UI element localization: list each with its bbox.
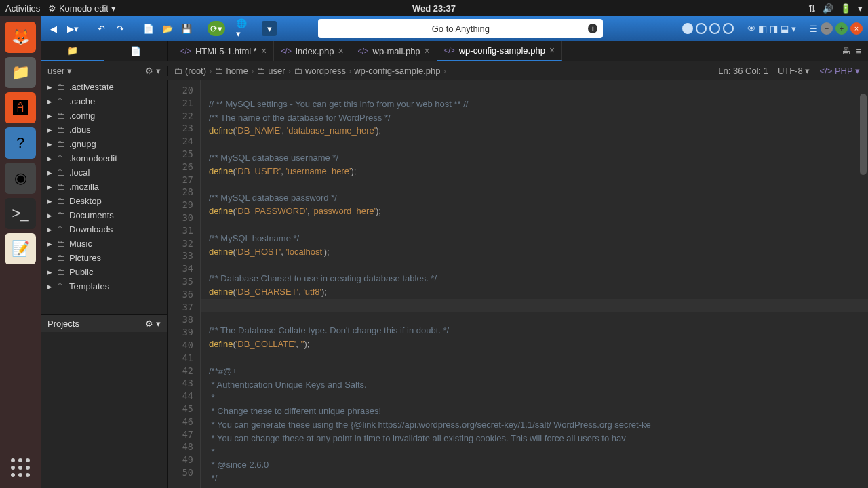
- komodo-icon[interactable]: ◉: [5, 163, 36, 194]
- save-button[interactable]: 💾: [179, 21, 194, 36]
- panel-bottom-icon[interactable]: ⬓: [781, 24, 789, 34]
- tabs-row: 📁 📄 </>HTML5-1.html *×</>index.php×</>wp…: [41, 41, 868, 61]
- breadcrumb-item[interactable]: 🗀 (root): [174, 66, 206, 76]
- activities-button[interactable]: Activities: [5, 3, 40, 14]
- breadcrumb-item[interactable]: 🗀 wordpress: [294, 66, 346, 76]
- folder-item[interactable]: ▸🗀Documents: [41, 208, 167, 222]
- places-tab[interactable]: 📁: [41, 41, 104, 61]
- app-menu[interactable]: ⚙ Komodo edit ▾: [48, 3, 115, 14]
- panel-right-icon[interactable]: ◨: [770, 24, 778, 34]
- network-icon[interactable]: ⇅: [808, 3, 816, 14]
- battery-icon[interactable]: 🔋: [840, 3, 851, 14]
- folder-item[interactable]: ▸🗀.config: [41, 108, 167, 123]
- pathbar: user ▾ ⚙ ▾ 🗀 (root)›🗀 home›🗀 user›🗀 word…: [41, 61, 868, 80]
- breadcrumb-item[interactable]: wp-config-sample.php: [354, 66, 440, 76]
- file-tab[interactable]: </>index.php×: [274, 41, 351, 61]
- play-icon[interactable]: [709, 23, 720, 34]
- language-selector[interactable]: </> PHP ▾: [819, 66, 860, 76]
- folder-item[interactable]: ▸🗀.dbus: [41, 123, 167, 137]
- gear-icon[interactable]: ⚙ ▾: [145, 319, 161, 329]
- software-icon[interactable]: 🅰: [5, 92, 36, 123]
- loop-icon[interactable]: [723, 23, 734, 34]
- dom-tab[interactable]: 📄: [104, 41, 168, 61]
- record-icon[interactable]: [682, 23, 693, 34]
- folder-item[interactable]: ▸🗀Pictures: [41, 251, 167, 265]
- list-icon[interactable]: ≡: [856, 46, 861, 56]
- record-macro-button[interactable]: ⟳▾: [208, 21, 225, 36]
- panel-left-icon[interactable]: ◧: [759, 24, 767, 34]
- redo-button[interactable]: ↷: [113, 21, 127, 36]
- close-tab-icon[interactable]: ×: [338, 45, 343, 56]
- folder-item[interactable]: ▸🗀.local: [41, 165, 167, 180]
- open-file-button[interactable]: 📂: [160, 21, 175, 36]
- help-icon[interactable]: ?: [5, 127, 36, 159]
- close-tab-icon[interactable]: ×: [425, 45, 430, 56]
- unity-launcher: 🦊 📁 🅰 ? ◉ >_ 📝: [0, 16, 41, 488]
- stop-icon[interactable]: [696, 23, 707, 34]
- files-icon[interactable]: 📁: [5, 57, 36, 88]
- file-tab[interactable]: </>wp-config-sample.php×: [437, 41, 562, 61]
- file-sidebar: ▸🗀.activestate▸🗀.cache▸🗀.config▸🗀.dbus▸🗀…: [41, 80, 168, 488]
- folder-item[interactable]: ▸🗀.activestate: [41, 80, 167, 94]
- minimize-button[interactable]: −: [821, 22, 833, 35]
- folder-item[interactable]: ▸🗀Downloads: [41, 222, 167, 237]
- close-button[interactable]: ×: [850, 22, 863, 35]
- encoding-selector[interactable]: UTF-8 ▾: [778, 66, 810, 76]
- browser-preview-button[interactable]: 🌐▾: [236, 21, 251, 36]
- folder-item[interactable]: ▸🗀.mozilla: [41, 180, 167, 194]
- apps-grid-icon[interactable]: [11, 458, 30, 477]
- file-tab[interactable]: </>HTML5-1.html *×: [174, 41, 274, 61]
- folder-item[interactable]: ▸🗀Desktop: [41, 194, 167, 208]
- main-toolbar: ◀ ▶▾ ↶ ↷ 📄 📂 💾 ⟳▾ 🌐▾ ▾ Go to Anything i …: [41, 16, 868, 41]
- gedit-icon[interactable]: 📝: [5, 233, 36, 264]
- code-editor[interactable]: 20 21 22 23 24 25 26 27 28 29 30 31 32 3…: [168, 80, 868, 488]
- goto-anything-input[interactable]: Go to Anything i: [318, 19, 603, 38]
- file-tab[interactable]: </>wp-mail.php×: [351, 41, 437, 61]
- info-icon: i: [588, 24, 597, 33]
- projects-header[interactable]: Projects ⚙ ▾: [41, 314, 167, 332]
- close-tab-icon[interactable]: ×: [549, 45, 555, 56]
- close-tab-icon[interactable]: ×: [261, 45, 267, 56]
- chevron-down-icon[interactable]: ▾: [858, 3, 863, 14]
- folder-item[interactable]: ▸🗀Music: [41, 237, 167, 251]
- breadcrumb-item[interactable]: 🗀 home: [214, 66, 248, 76]
- nav-forward-button[interactable]: ▶▾: [65, 21, 80, 36]
- eye-icon[interactable]: 👁: [747, 24, 756, 34]
- new-file-button[interactable]: 📄: [141, 21, 156, 36]
- komodo-window: ◀ ▶▾ ↶ ↷ 📄 📂 💾 ⟳▾ 🌐▾ ▾ Go to Anything i …: [41, 16, 868, 488]
- folder-item[interactable]: ▸🗀.komodoedit: [41, 151, 167, 165]
- maximize-button[interactable]: +: [835, 22, 848, 35]
- gear-icon[interactable]: ⚙ ▾: [145, 66, 161, 76]
- folder-item[interactable]: ▸🗀.cache: [41, 94, 167, 108]
- sidebar-root-label[interactable]: user ▾: [47, 66, 72, 76]
- menu-icon[interactable]: ☰: [810, 24, 818, 34]
- print-icon[interactable]: 🖶: [842, 46, 850, 56]
- firefox-icon[interactable]: 🦊: [5, 22, 36, 53]
- terminal-icon[interactable]: >_: [5, 198, 36, 229]
- volume-icon[interactable]: 🔊: [823, 3, 833, 14]
- cursor-position: Ln: 36 Col: 1: [718, 66, 768, 76]
- folder-item[interactable]: ▸🗀.gnupg: [41, 137, 167, 151]
- breadcrumb-item[interactable]: 🗀 user: [256, 66, 285, 76]
- clock[interactable]: Wed 23:37: [412, 3, 456, 14]
- folder-item[interactable]: ▸🗀Templates: [41, 279, 167, 293]
- system-topbar: Activities ⚙ Komodo edit ▾ Wed 23:37 ⇅ 🔊…: [0, 0, 868, 16]
- undo-button[interactable]: ↶: [94, 21, 108, 36]
- nav-back-button[interactable]: ◀: [46, 21, 61, 36]
- dropdown-button[interactable]: ▾: [262, 21, 277, 36]
- folder-item[interactable]: ▸🗀Public: [41, 265, 167, 279]
- editor-scrollbar[interactable]: [860, 80, 867, 488]
